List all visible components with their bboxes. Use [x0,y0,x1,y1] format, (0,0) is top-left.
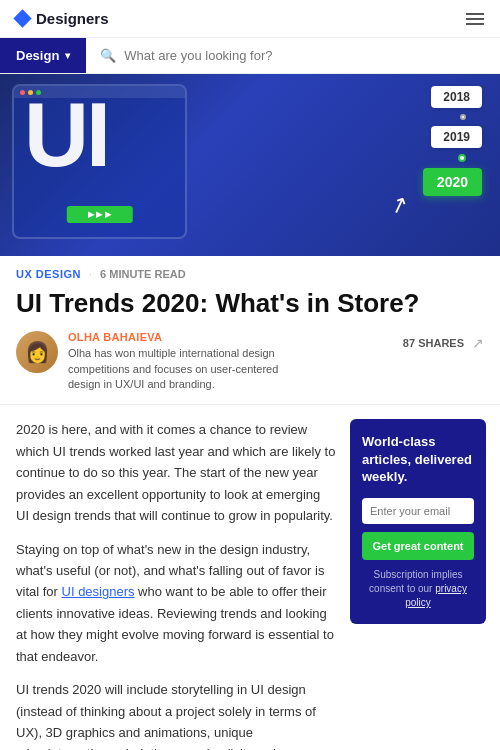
cursor-icon: ↗ [386,190,412,221]
article-meta: UX DESIGN · 6 MINUTE READ [0,256,500,284]
hamburger-menu-icon[interactable] [466,13,484,25]
timeline-2018: 2018 [431,86,482,108]
newsletter-sidebar: World-class articles, delivered weekly. … [350,419,500,750]
meta-separator: · [89,268,92,280]
nav-bar: Design ▾ 🔍 [0,38,500,74]
newsletter-privacy-note: Subscription implies consent to our priv… [362,568,474,610]
article-text: 2020 is here, and with it comes a chance… [0,419,350,750]
hero-section: UI ▶ ▶ ▶ 2018 2019 2020 ↗ [0,74,500,256]
logo-diamond-icon [13,9,31,27]
article-paragraph-1: 2020 is here, and with it comes a chance… [16,419,336,526]
timeline-2019: 2019 [431,126,482,148]
article-title: UI Trends 2020: What's in Store? [0,284,500,331]
newsletter-title: World-class articles, delivered weekly. [362,433,474,486]
nav-design-tab[interactable]: Design ▾ [0,38,86,73]
chevron-down-icon: ▾ [65,50,70,61]
logo-text: Designers [36,10,109,27]
header: Designers [0,0,500,38]
hero-timeline: 2018 2019 2020 [423,86,482,196]
author-name[interactable]: OLHA BAHAIEVA [68,331,288,343]
meta-category-tag: UX DESIGN [16,268,81,280]
ui-designers-link[interactable]: UI designers [62,584,135,599]
search-input[interactable] [124,48,486,63]
logo[interactable]: Designers [16,10,109,27]
hero-ui-label: UI [14,90,185,180]
newsletter-submit-button[interactable]: Get great content [362,532,474,560]
hero-cta-button: ▶ ▶ ▶ [66,206,132,223]
newsletter-box: World-class articles, delivered weekly. … [350,419,486,624]
author-avatar: 👩 [16,331,58,373]
timeline-2020: 2020 [423,168,482,196]
search-bar[interactable]: 🔍 [86,40,500,71]
shares-section: 87 SHARES ↗ [403,335,484,351]
share-count: 87 SHARES [403,337,464,349]
share-icon[interactable]: ↗ [472,335,484,351]
meta-read-time: 6 MINUTE READ [100,268,186,280]
hero-screen-mockup: UI ▶ ▶ ▶ [12,84,187,239]
article-paragraph-2: Staying on top of what's new in the desi… [16,539,336,668]
article-paragraph-3: UI trends 2020 will include storytelling… [16,679,336,750]
search-icon: 🔍 [100,48,116,63]
author-bio: Olha has won multiple international desi… [68,346,288,392]
nav-design-label: Design [16,48,59,63]
author-left: 👩 OLHA BAHAIEVA Olha has won multiple in… [16,331,288,392]
author-row: 👩 OLHA BAHAIEVA Olha has won multiple in… [0,331,500,405]
newsletter-email-input[interactable] [362,498,474,524]
article-body-section: 2020 is here, and with it comes a chance… [0,405,500,750]
